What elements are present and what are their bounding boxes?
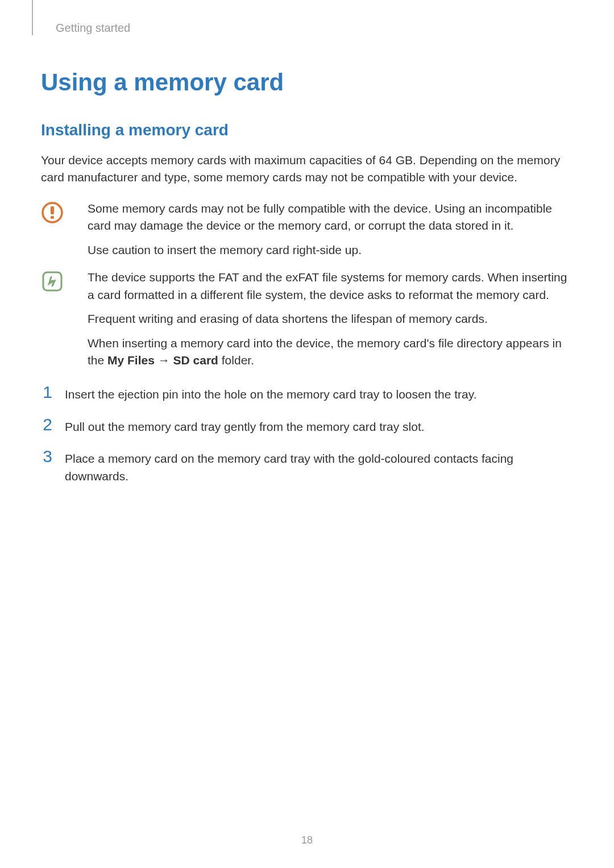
note-icon (41, 269, 64, 369)
side-rule (32, 0, 33, 35)
note-body: The device supports the FAT and the exFA… (88, 269, 573, 369)
note-item: Frequent writing and erasing of data sho… (88, 310, 573, 327)
step-text: Pull out the memory card tray gently fro… (65, 416, 573, 435)
step-text: Place a memory card on the memory card t… (65, 448, 573, 485)
svg-rect-2 (51, 216, 54, 219)
intro-paragraph: Your device accepts memory cards with ma… (41, 152, 573, 186)
warning-icon (41, 200, 64, 259)
step-item: 3 Place a memory card on the memory card… (41, 448, 573, 485)
note-item: The device supports the FAT and the exFA… (88, 269, 573, 304)
ui-path-bold: My Files (107, 354, 155, 367)
page: Getting started Using a memory card Inst… (0, 0, 614, 868)
step-text: Insert the ejection pin into the hole on… (65, 384, 573, 403)
warning-callout: Some memory cards may not be fully compa… (41, 200, 573, 259)
svg-rect-1 (51, 206, 54, 214)
step-item: 2 Pull out the memory card tray gently f… (41, 416, 573, 435)
note-callout: The device supports the FAT and the exFA… (41, 269, 573, 369)
warning-body: Some memory cards may not be fully compa… (88, 200, 573, 259)
step-item: 1 Insert the ejection pin into the hole … (41, 384, 573, 403)
step-number: 3 (41, 448, 52, 465)
section-title: Installing a memory card (41, 121, 573, 139)
warning-item: Use caution to insert the memory card ri… (88, 242, 573, 259)
steps-list: 1 Insert the ejection pin into the hole … (41, 384, 573, 485)
warning-item: Some memory cards may not be fully compa… (88, 200, 573, 235)
note-text: folder. (218, 354, 254, 367)
ui-path-bold: SD card (173, 354, 218, 367)
note-item: When inserting a memory card into the de… (88, 335, 573, 369)
arrow-separator: → (155, 354, 173, 367)
page-title: Using a memory card (41, 69, 573, 96)
page-number: 18 (0, 834, 614, 846)
step-number: 2 (41, 416, 52, 433)
breadcrumb: Getting started (56, 22, 573, 35)
step-number: 1 (41, 384, 52, 401)
